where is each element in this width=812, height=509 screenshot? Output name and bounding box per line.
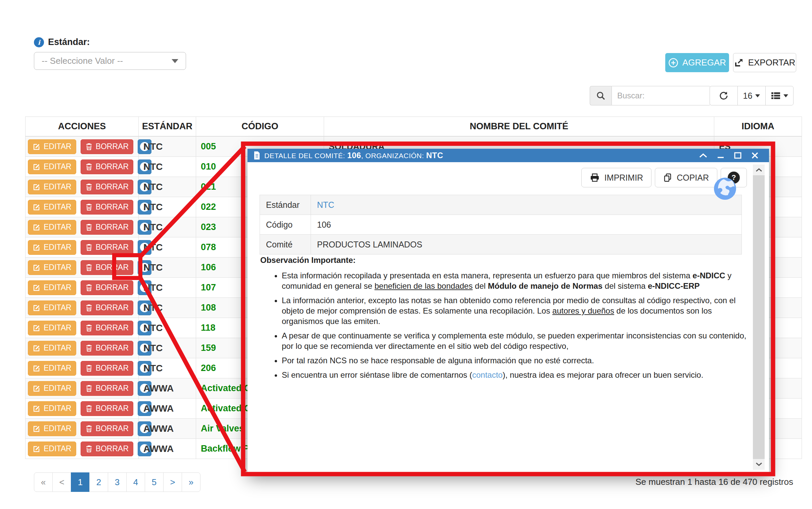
editar-button[interactable]: EDITAR [28, 361, 76, 376]
observation-bullet: La información anterior, excepto las not… [282, 295, 749, 326]
borrar-label: BORRAR [96, 142, 129, 151]
search-input[interactable] [611, 86, 711, 105]
editar-label: EDITAR [44, 424, 71, 433]
imprimir-label: IMPRIMIR [605, 173, 643, 183]
editar-button[interactable]: EDITAR [28, 301, 76, 315]
copiar-button[interactable]: COPIAR [655, 168, 717, 188]
agregar-label: AGREGAR [682, 58, 726, 68]
table-header: ACCIONES ESTÁNDAR CÓDIGO NOMBRE DEL COMI… [26, 117, 802, 137]
editar-button[interactable]: EDITAR [28, 381, 76, 396]
window-controls [699, 152, 763, 159]
editar-button[interactable]: EDITAR [28, 200, 76, 214]
pencil-icon [33, 384, 41, 393]
page-size-dropdown[interactable]: 16 [738, 86, 765, 105]
plus-circle-icon [668, 58, 678, 68]
borrar-button[interactable]: BORRAR [80, 260, 133, 275]
pagination-item[interactable]: 5 [145, 472, 164, 492]
editar-button[interactable]: EDITAR [28, 442, 76, 456]
borrar-label: BORRAR [96, 323, 129, 332]
pagination-item[interactable]: » [182, 472, 201, 492]
modal-scrollbar[interactable] [753, 165, 765, 470]
borrar-button[interactable]: BORRAR [80, 180, 133, 194]
detail-value-link[interactable]: NTC [317, 200, 334, 209]
pencil-icon [33, 203, 41, 211]
trash-icon [85, 223, 93, 231]
editar-button[interactable]: EDITAR [28, 341, 76, 355]
view-controls: 16 [710, 86, 793, 105]
header-codigo: CÓDIGO [196, 117, 324, 137]
pagination-item[interactable]: 1 [71, 472, 90, 492]
pagination: «<12345>» [34, 472, 201, 492]
scroll-up-icon[interactable] [753, 165, 765, 175]
trash-icon [85, 183, 93, 191]
header-acciones: ACCIONES [26, 117, 139, 137]
editar-button[interactable]: EDITAR [28, 240, 76, 255]
refresh-button[interactable] [710, 86, 738, 105]
trash-icon [85, 405, 93, 413]
editar-button[interactable]: EDITAR [28, 260, 76, 275]
borrar-button[interactable]: BORRAR [80, 301, 133, 315]
pagination-item[interactable]: 2 [89, 472, 108, 492]
editar-label: EDITAR [44, 384, 71, 393]
borrar-label: BORRAR [96, 384, 129, 393]
borrar-button[interactable]: BORRAR [80, 220, 133, 235]
editar-button[interactable]: EDITAR [28, 220, 76, 235]
exportar-button[interactable]: EXPORTAR [733, 53, 796, 72]
borrar-button[interactable]: BORRAR [80, 381, 133, 396]
header-idioma: IDIOMA [714, 117, 802, 137]
pagination-item[interactable]: > [163, 472, 182, 492]
pagination-item[interactable]: 4 [126, 472, 145, 492]
minimize-icon[interactable] [717, 152, 725, 159]
editar-button[interactable]: EDITAR [28, 401, 76, 416]
observation-bullet: Por tal razón NCS no se hace responsable… [282, 355, 749, 366]
borrar-button[interactable]: BORRAR [80, 320, 133, 335]
borrar-button[interactable]: BORRAR [80, 240, 133, 255]
editar-button[interactable]: EDITAR [28, 421, 76, 436]
pagination-item[interactable]: < [53, 472, 71, 492]
records-summary: Se muestran 1 hasta 16 de 470 registros [635, 477, 793, 487]
borrar-label: BORRAR [96, 343, 129, 352]
editar-button[interactable]: EDITAR [28, 160, 76, 174]
borrar-button[interactable]: BORRAR [80, 421, 133, 436]
borrar-button[interactable]: BORRAR [80, 160, 133, 174]
pagination-item[interactable]: « [34, 472, 53, 492]
close-icon[interactable] [751, 152, 759, 159]
borrar-label: BORRAR [96, 162, 129, 171]
agregar-button[interactable]: AGREGAR [665, 53, 729, 72]
editar-button[interactable]: EDITAR [28, 320, 76, 335]
trash-icon [85, 243, 93, 251]
caret-down-icon [783, 94, 788, 97]
borrar-button[interactable]: BORRAR [80, 341, 133, 355]
contacto-link[interactable]: contacto [472, 370, 503, 379]
pencil-icon [33, 183, 41, 191]
search-icon [590, 86, 611, 105]
borrar-button[interactable]: BORRAR [80, 401, 133, 416]
printer-icon [590, 173, 600, 182]
modal-title-comite-id: 106 [347, 151, 361, 160]
pagination-item[interactable]: 3 [108, 472, 127, 492]
trash-icon [85, 425, 93, 433]
modal-title-org: NTC [426, 151, 443, 160]
borrar-label: BORRAR [96, 444, 129, 453]
editar-button[interactable]: EDITAR [28, 280, 76, 295]
editar-label: EDITAR [44, 182, 71, 191]
borrar-button[interactable]: BORRAR [80, 280, 133, 295]
borrar-button[interactable]: BORRAR [80, 200, 133, 214]
maximize-icon[interactable] [734, 152, 742, 159]
borrar-button[interactable]: BORRAR [80, 139, 133, 154]
collapse-icon[interactable] [699, 153, 708, 158]
editar-label: EDITAR [44, 343, 71, 352]
estandar-select[interactable]: -- Seleccione Valor -- [34, 52, 186, 70]
borrar-button[interactable]: BORRAR [80, 442, 133, 456]
detail-modal: DETALLE DEL COMITÉ: 106, ORGANIZACIÓN: N… [247, 149, 769, 473]
imprimir-button[interactable]: IMPRIMIR [581, 168, 651, 188]
borrar-button[interactable]: BORRAR [80, 361, 133, 376]
editar-label: EDITAR [44, 283, 71, 292]
editar-button[interactable]: EDITAR [28, 180, 76, 194]
column-view-dropdown[interactable] [765, 86, 793, 105]
pencil-icon [33, 304, 41, 312]
trash-icon [85, 143, 93, 151]
scroll-down-icon[interactable] [753, 459, 765, 470]
editar-label: EDITAR [44, 142, 71, 151]
editar-button[interactable]: EDITAR [28, 139, 76, 154]
